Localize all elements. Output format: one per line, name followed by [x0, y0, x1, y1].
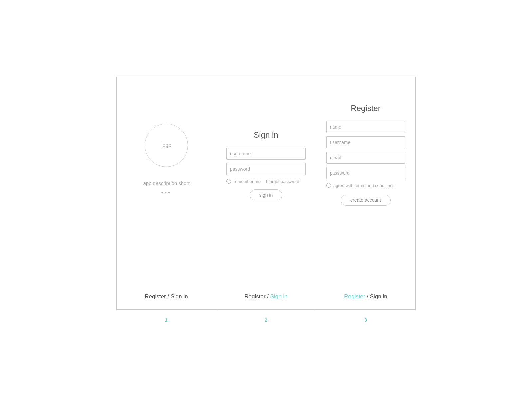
- forgot-password-link[interactable]: I forgot password: [266, 179, 299, 184]
- register-name-input[interactable]: [326, 121, 405, 133]
- create-account-button[interactable]: create account: [341, 195, 391, 206]
- screen-2-number: 2: [265, 317, 267, 323]
- dots: •••: [161, 189, 172, 196]
- footer-separator: /: [267, 293, 270, 300]
- logo-circle: logo: [145, 124, 188, 167]
- agree-checkbox[interactable]: [326, 183, 331, 188]
- footer-signin: Sign in: [370, 293, 387, 300]
- app-description: app description short: [143, 180, 189, 186]
- agree-label: agree with terms and conditions: [333, 183, 395, 188]
- footer-signin: Sign in: [171, 293, 188, 300]
- screen-3-footer: Register / Sign in: [316, 293, 415, 300]
- agree-row: agree with terms and conditions: [326, 183, 405, 188]
- wireframe-container: logo app description short ••• Register …: [96, 50, 436, 349]
- signin-password-input[interactable]: [226, 163, 306, 175]
- sign-in-button[interactable]: sign in: [250, 189, 282, 200]
- screen-1: logo app description short ••• Register …: [116, 77, 216, 310]
- sign-in-area: Sign in remember me I forgot password si…: [226, 130, 306, 200]
- footer-register: Register: [344, 293, 365, 300]
- footer-separator: /: [367, 293, 370, 300]
- remember-label: remember me: [234, 179, 261, 184]
- screen-1-number: 1: [165, 317, 168, 323]
- screen-2: Sign in remember me I forgot password si…: [216, 77, 316, 310]
- remember-row: remember me I forgot password: [226, 179, 306, 184]
- screen-2-wrapper: Sign in remember me I forgot password si…: [216, 77, 316, 323]
- screen-2-footer: Register / Sign in: [216, 293, 316, 300]
- logo-label: logo: [161, 142, 171, 148]
- register-username-input[interactable]: [326, 136, 405, 148]
- footer-separator: /: [167, 293, 170, 300]
- footer-signin: Sign in: [270, 293, 288, 300]
- screen-3: Register agree with terms and conditions…: [316, 77, 416, 310]
- screen-3-number: 3: [364, 317, 367, 323]
- register-password-input[interactable]: [326, 167, 405, 179]
- remember-checkbox[interactable]: [226, 179, 231, 184]
- screen-3-wrapper: Register agree with terms and conditions…: [316, 77, 416, 323]
- signin-username-input[interactable]: [226, 148, 306, 160]
- register-email-input[interactable]: [326, 152, 405, 164]
- screen-1-wrapper: logo app description short ••• Register …: [116, 77, 216, 323]
- footer-register: Register: [244, 293, 265, 300]
- sign-in-title: Sign in: [254, 130, 278, 140]
- register-title: Register: [351, 104, 380, 113]
- logo-area: logo app description short •••: [143, 124, 189, 196]
- footer-register: Register: [145, 293, 166, 300]
- screen-1-footer: Register / Sign in: [117, 293, 216, 300]
- register-area: Register agree with terms and conditions…: [326, 104, 405, 206]
